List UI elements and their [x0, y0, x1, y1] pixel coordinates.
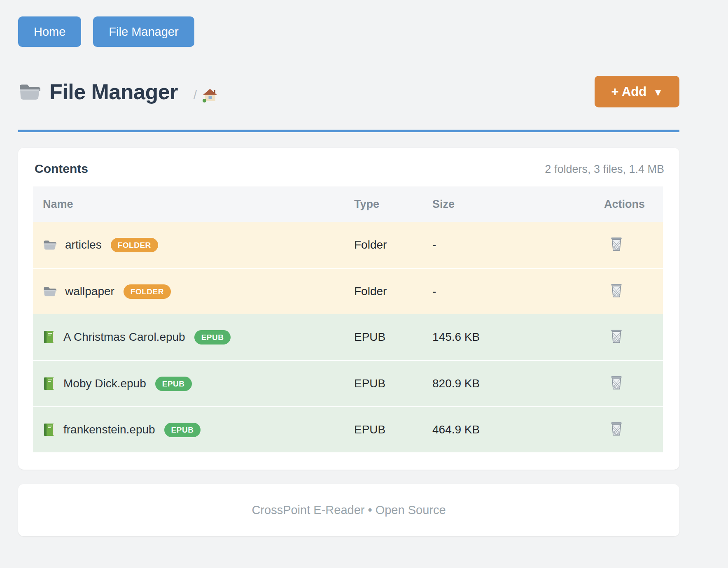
footer: CrossPoint E-Reader • Open Source: [18, 484, 679, 536]
delete-button[interactable]: [604, 375, 623, 390]
actions-cell: [604, 329, 663, 345]
size-cell: -: [432, 285, 604, 298]
delete-button[interactable]: [604, 283, 623, 298]
header-divider: [18, 130, 679, 132]
table-row[interactable]: A Christmas Carol.epub EPUB EPUB 145.6 K…: [33, 314, 663, 360]
page-header: File Manager / + Add ▼: [18, 76, 679, 107]
page-container: Home File Manager File Manager / + Add ▼: [18, 0, 679, 536]
name-cell: A Christmas Carol.epub EPUB: [33, 330, 354, 345]
column-header-name: Name: [33, 198, 354, 211]
green-book-icon: [43, 423, 55, 437]
file-table: Name Type Size Actions articles FOLDER F…: [33, 186, 663, 452]
type-badge: FOLDER: [124, 284, 171, 299]
green-book-icon: [43, 330, 55, 344]
name-cell: Moby Dick.epub EPUB: [33, 377, 354, 391]
column-header-actions: Actions: [604, 198, 663, 211]
contents-card: Contents 2 folders, 3 files, 1.4 MB Name…: [18, 148, 679, 470]
name-cell: wallpaper FOLDER: [33, 284, 354, 299]
type-cell: EPUB: [354, 377, 432, 390]
footer-text: CrossPoint E-Reader • Open Source: [252, 503, 446, 517]
item-name-link[interactable]: Moby Dick.epub: [63, 377, 146, 390]
item-name-link[interactable]: wallpaper: [65, 285, 114, 298]
nav-button-home[interactable]: Home: [18, 16, 81, 47]
size-cell: -: [432, 238, 604, 251]
column-header-type: Type: [354, 198, 432, 211]
actions-cell: [604, 283, 663, 300]
trash-icon: [610, 329, 623, 344]
actions-cell: [604, 237, 663, 253]
trash-icon: [610, 421, 623, 436]
trash-icon: [610, 283, 623, 298]
trash-icon: [610, 375, 623, 390]
nav-button-file-manager[interactable]: File Manager: [93, 16, 194, 47]
column-header-size: Size: [432, 198, 604, 211]
trash-icon: [610, 237, 623, 251]
type-badge: EPUB: [164, 423, 201, 437]
size-cell: 145.6 KB: [432, 331, 604, 344]
folder-icon: [43, 239, 57, 251]
folder-icon: [18, 82, 41, 102]
type-cell: EPUB: [354, 331, 432, 344]
actions-cell: [604, 375, 663, 392]
table-row[interactable]: wallpaper FOLDER Folder -: [33, 268, 663, 314]
type-cell: Folder: [354, 238, 432, 251]
contents-title: Contents: [35, 162, 88, 176]
breadcrumb: /: [194, 81, 217, 102]
top-nav: Home File Manager: [18, 0, 679, 47]
actions-cell: [604, 421, 663, 438]
contents-card-header: Contents 2 folders, 3 files, 1.4 MB: [33, 148, 664, 186]
delete-button[interactable]: [604, 421, 623, 436]
delete-button[interactable]: [604, 329, 623, 344]
table-row[interactable]: articles FOLDER Folder -: [33, 222, 663, 268]
green-book-icon: [43, 377, 55, 391]
size-cell: 820.9 KB: [432, 377, 604, 390]
size-cell: 464.9 KB: [432, 423, 604, 436]
item-name-link[interactable]: frankenstein.epub: [63, 423, 155, 436]
page-title: File Manager: [49, 79, 178, 104]
item-name-link[interactable]: articles: [65, 238, 102, 251]
house-icon[interactable]: [203, 88, 217, 102]
type-cell: EPUB: [354, 423, 432, 436]
contents-summary: 2 folders, 3 files, 1.4 MB: [545, 163, 664, 176]
table-row[interactable]: Moby Dick.epub EPUB EPUB 820.9 KB: [33, 360, 663, 406]
add-button[interactable]: + Add ▼: [595, 76, 679, 107]
type-badge: FOLDER: [111, 238, 158, 252]
folder-icon: [43, 286, 57, 297]
type-badge: EPUB: [194, 330, 231, 345]
table-row[interactable]: frankenstein.epub EPUB EPUB 464.9 KB: [33, 406, 663, 452]
name-cell: articles FOLDER: [33, 238, 354, 252]
name-cell: frankenstein.epub EPUB: [33, 423, 354, 437]
delete-button[interactable]: [604, 237, 623, 251]
add-button-label: + Add: [611, 84, 646, 99]
type-cell: Folder: [354, 285, 432, 298]
type-badge: EPUB: [155, 377, 192, 391]
table-header-row: Name Type Size Actions: [33, 186, 663, 222]
item-name-link[interactable]: A Christmas Carol.epub: [63, 331, 185, 344]
caret-down-icon: ▼: [653, 88, 663, 98]
breadcrumb-separator: /: [194, 88, 197, 102]
